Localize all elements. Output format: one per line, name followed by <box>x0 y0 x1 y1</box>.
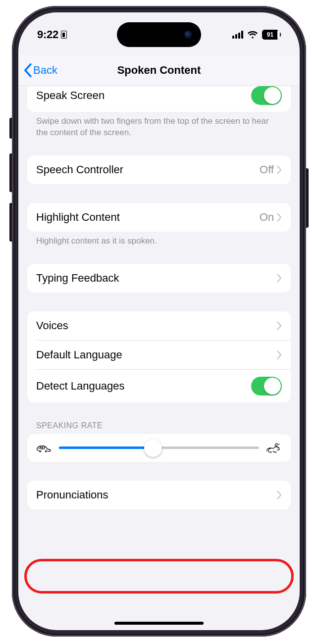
cellular-icon <box>232 31 243 39</box>
speech-controller-label: Speech Controller <box>36 163 260 176</box>
speak-screen-row[interactable]: Speak Screen <box>27 86 291 112</box>
page-title: Spoken Content <box>18 64 300 77</box>
dynamic-island <box>117 22 201 47</box>
detect-languages-toggle[interactable] <box>251 377 282 396</box>
speaking-rate-header: SPEAKING RATE <box>27 421 291 434</box>
default-language-label: Default Language <box>36 348 277 361</box>
chevron-left-icon <box>23 63 32 77</box>
speaking-rate-slider-row <box>27 434 291 462</box>
speak-screen-toggle[interactable] <box>251 86 282 105</box>
typing-feedback-label: Typing Feedback <box>36 272 277 285</box>
detect-languages-row[interactable]: Detect Languages <box>27 370 291 402</box>
tortoise-icon <box>36 442 53 454</box>
back-button[interactable]: Back <box>23 63 57 77</box>
svg-point-0 <box>277 447 278 448</box>
default-language-row[interactable]: Default Language <box>27 341 291 369</box>
chevron-right-icon <box>277 491 282 499</box>
status-time: 9:22 <box>37 28 67 41</box>
battery-indicator: 91 <box>262 30 281 40</box>
speak-screen-label: Speak Screen <box>36 89 251 102</box>
voices-label: Voices <box>36 319 277 332</box>
phone-frame: 9:22 91 <box>12 6 306 637</box>
pronunciations-label: Pronunciations <box>36 489 277 501</box>
chevron-right-icon <box>277 350 282 359</box>
chevron-right-icon <box>277 213 282 222</box>
speech-controller-row[interactable]: Speech Controller Off <box>27 155 291 184</box>
chevron-right-icon <box>277 165 282 174</box>
highlight-content-label: Highlight Content <box>36 211 260 224</box>
screen: 9:22 91 <box>18 12 300 630</box>
clock-text: 9:22 <box>37 28 58 41</box>
hare-icon <box>265 442 282 454</box>
highlight-content-row[interactable]: Highlight Content On <box>27 203 291 232</box>
back-label: Back <box>33 64 57 77</box>
voices-row[interactable]: Voices <box>27 311 291 340</box>
content: Speak Screen Swipe down with two fingers… <box>18 86 300 630</box>
chevron-right-icon <box>277 274 282 283</box>
detect-languages-label: Detect Languages <box>36 380 251 393</box>
wifi-icon <box>247 30 258 39</box>
highlight-content-footer: Highlight content as it is spoken. <box>27 232 291 247</box>
nav-bar: Back Spoken Content <box>18 55 300 86</box>
pronunciations-row[interactable]: Pronunciations <box>27 481 291 509</box>
chevron-right-icon <box>277 321 282 330</box>
speaking-rate-slider[interactable] <box>59 446 259 449</box>
speak-screen-footer: Swipe down with two fingers from the top… <box>27 112 291 139</box>
typing-feedback-row[interactable]: Typing Feedback <box>27 264 291 293</box>
home-indicator[interactable] <box>114 622 204 625</box>
sim-icon <box>61 31 67 39</box>
annotation-highlight <box>24 559 294 594</box>
battery-pct: 91 <box>267 31 273 38</box>
highlight-content-value: On <box>260 211 274 224</box>
speech-controller-value: Off <box>260 163 274 176</box>
slider-thumb[interactable] <box>144 439 162 457</box>
